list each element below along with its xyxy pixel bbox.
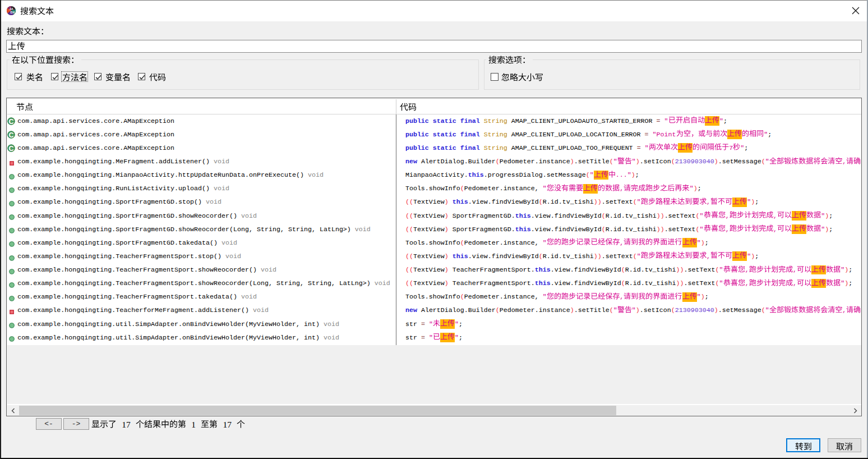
svg-text:JA: JA <box>10 7 13 11</box>
svg-text:C: C <box>8 117 13 125</box>
svg-text:C: C <box>8 131 13 139</box>
svg-text:DX: DX <box>11 11 15 14</box>
svg-text:C: C <box>8 145 13 152</box>
